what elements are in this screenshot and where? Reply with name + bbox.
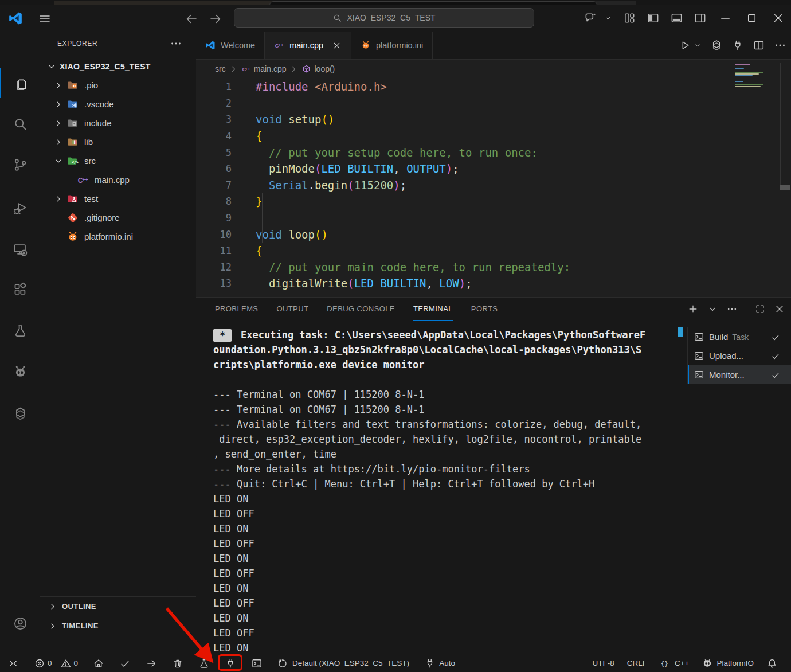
explorer-actions-icon[interactable]: [170, 37, 182, 50]
code-line-4[interactable]: 4{: [196, 128, 791, 144]
line-number: 1: [196, 81, 232, 92]
activity-accounts[interactable]: [0, 608, 40, 638]
panel-maximize-icon[interactable]: [754, 303, 766, 315]
status-pio-home[interactable]: [85, 654, 112, 672]
tree-item-lib[interactable]: lib: [40, 132, 196, 151]
tree-item--pio[interactable]: .pio: [40, 76, 196, 95]
close-icon[interactable]: [332, 41, 342, 50]
copilot-chat-icon[interactable]: [584, 11, 597, 25]
editor-scrollbar-thumb[interactable]: [780, 185, 790, 190]
status-pio-env[interactable]: Default (XIAO_ESP32_C5_TEST): [270, 654, 417, 672]
code-line-7[interactable]: 7 Serial.begin(115200);: [196, 177, 791, 194]
status-encoding[interactable]: UTF-8: [586, 654, 620, 672]
editor-scrollbar[interactable]: [780, 63, 781, 188]
tree-item--vscode[interactable]: .vscode: [40, 95, 196, 114]
activity-search[interactable]: [0, 109, 40, 139]
sidebar-section-timeline[interactable]: TIMELINE: [40, 616, 196, 635]
terminal-output[interactable]: *Executing task: C:\Users\seeed\AppData\…: [213, 327, 685, 654]
ellipsis-icon[interactable]: [726, 303, 738, 315]
activity-platformio[interactable]: [0, 357, 40, 386]
code-line-6[interactable]: 6 pinMode(LED_BUILTIN, OUTPUT);: [196, 161, 791, 177]
ellipsis-icon[interactable]: [774, 39, 786, 52]
status-pio-build[interactable]: [112, 654, 138, 672]
tree-item-test[interactable]: test: [40, 189, 196, 208]
code-line-3[interactable]: 3void setup(): [196, 111, 791, 128]
layout-sidebar-left-icon[interactable]: [647, 11, 660, 25]
tab-platformio-ini[interactable]: platformio.ini: [351, 32, 433, 59]
panel-tab-problems[interactable]: PROBLEMS: [215, 298, 258, 321]
terminal-task-upload[interactable]: Upload...: [688, 346, 791, 365]
sidebar-section-outline[interactable]: OUTLINE: [40, 596, 196, 616]
terminal-task-build[interactable]: BuildTask: [688, 327, 791, 346]
command-center-search[interactable]: XIAO_ESP32_C5_TEST: [234, 8, 534, 28]
layout-customize-icon[interactable]: [623, 11, 636, 25]
status-platformio-status[interactable]: PlatformIO: [695, 654, 760, 672]
status-serial-port[interactable]: Auto: [417, 654, 463, 672]
panel-tab-ports[interactable]: PORTS: [471, 298, 498, 321]
activity-testing[interactable]: [0, 315, 40, 345]
layout-panel-icon[interactable]: [670, 11, 683, 25]
chevron-down-small-icon[interactable]: [694, 41, 702, 49]
code-line-11[interactable]: 11{: [196, 243, 791, 259]
plug-icon: [225, 658, 236, 669]
chevron-down-small-icon[interactable]: [707, 303, 718, 315]
close-icon[interactable]: [774, 303, 785, 315]
breadcrumb-item[interactable]: loop(): [314, 64, 335, 73]
tree-item-platformio-ini[interactable]: platformio.ini: [40, 227, 196, 246]
status-pio-terminal[interactable]: [244, 654, 270, 672]
code-line-8[interactable]: 8}: [196, 193, 791, 210]
breadcrumb-item[interactable]: main.cpp: [254, 64, 287, 73]
activity-explorer[interactable]: [0, 68, 41, 98]
chevron-down-small-icon[interactable]: [604, 14, 612, 22]
tree-item-src[interactable]: </>src: [40, 151, 196, 170]
folder-src-icon: </>: [66, 155, 79, 167]
maximize-button[interactable]: [738, 5, 765, 32]
code-line-12[interactable]: 12 // put your main code here, to run re…: [196, 259, 791, 276]
status-remote[interactable]: [0, 654, 26, 672]
run-icon[interactable]: [679, 39, 691, 52]
activity-run-debug[interactable]: [0, 193, 40, 222]
panel-tab-output[interactable]: OUTPUT: [276, 298, 308, 321]
status-notifications[interactable]: [760, 654, 784, 672]
tree-item--gitignore[interactable]: .gitignore: [40, 208, 196, 227]
status-pio-monitor[interactable]: [217, 654, 244, 672]
tab-welcome[interactable]: Welcome: [196, 32, 265, 59]
close-button[interactable]: [765, 5, 791, 32]
activity-remote-explorer[interactable]: [0, 235, 40, 264]
split-editor-icon[interactable]: [753, 39, 765, 52]
code-editor[interactable]: 1#include <Arduino.h>23void setup()4{5 /…: [196, 79, 791, 297]
panel-tab-debug-console[interactable]: DEBUG CONSOLE: [327, 298, 395, 321]
minimap[interactable]: [735, 64, 766, 88]
tree-item-main-cpp[interactable]: C++main.cpp: [40, 170, 196, 189]
activity-extensions[interactable]: [0, 274, 40, 304]
breadcrumb[interactable]: srcC++main.cpploop(): [196, 59, 791, 79]
code-line-13[interactable]: 13 digitalWrite(LED_BUILTIN, LOW);: [196, 275, 791, 292]
status-pio-clean[interactable]: [165, 654, 191, 672]
menu-icon[interactable]: [38, 12, 52, 26]
layout-sidebar-right-icon[interactable]: [694, 11, 707, 25]
breadcrumb-item[interactable]: src: [215, 64, 226, 73]
status-pio-test[interactable]: [191, 654, 217, 672]
activity-source-control[interactable]: [0, 150, 40, 179]
code-line-1[interactable]: 1#include <Arduino.h>: [196, 79, 791, 95]
code-line-10[interactable]: 10void loop(): [196, 226, 791, 243]
tree-item-include[interactable]: include: [40, 114, 196, 132]
status-eol[interactable]: CRLF: [621, 654, 653, 672]
panel-tab-terminal[interactable]: TERMINAL: [413, 298, 453, 321]
code-line-9[interactable]: 9: [196, 210, 791, 226]
minimize-button[interactable]: [712, 5, 738, 32]
openai-icon[interactable]: [710, 39, 723, 52]
plus-icon[interactable]: [687, 303, 699, 315]
status-language-mode[interactable]: {}C++: [653, 654, 696, 672]
forward-arrow-icon[interactable]: [209, 12, 222, 26]
back-arrow-icon[interactable]: [185, 12, 198, 26]
activity-chatgpt[interactable]: [0, 398, 40, 428]
code-line-2[interactable]: 2: [196, 95, 791, 112]
code-line-5[interactable]: 5 // put your setup code here, to run on…: [196, 144, 791, 161]
terminal-task-monitor[interactable]: Monitor...: [688, 365, 791, 384]
status-pio-upload[interactable]: [138, 654, 165, 672]
tree-root-folder[interactable]: XIAO_ESP32_C5_TEST: [40, 57, 196, 76]
tab-main-cpp[interactable]: C++main.cpp: [265, 32, 351, 59]
status-problems[interactable]: 00: [26, 654, 85, 672]
plug-icon[interactable]: [731, 39, 744, 52]
